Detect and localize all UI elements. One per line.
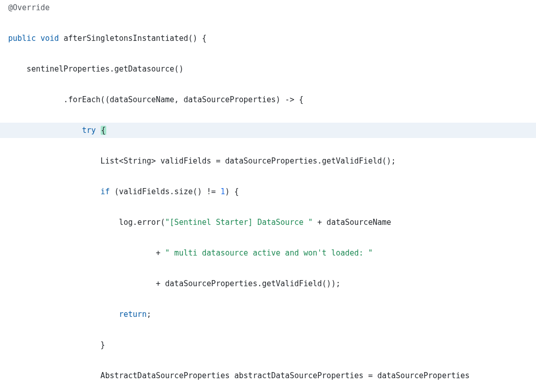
code-line: + " multi datasource active and won't lo… bbox=[0, 245, 536, 261]
code-line: sentinelProperties.getDatasource() bbox=[0, 61, 536, 77]
code-line: return; bbox=[0, 307, 536, 322]
code-line: } bbox=[0, 337, 536, 353]
code-line: @Override bbox=[0, 0, 536, 15]
annotation-override: @Override bbox=[8, 3, 50, 12]
code-line: log.error("[Sentinel Starter] DataSource… bbox=[0, 215, 536, 230]
code-line: + dataSourceProperties.getValidField()); bbox=[0, 276, 536, 291]
code-line: public void afterSingletonsInstantiated(… bbox=[0, 31, 536, 46]
code-line: .forEach((dataSourceName, dataSourceProp… bbox=[0, 92, 536, 107]
code-line: AbstractDataSourceProperties abstractDat… bbox=[0, 368, 536, 383]
code-line: List<String> validFields = dataSourcePro… bbox=[0, 153, 536, 169]
code-line-highlighted: try { bbox=[0, 123, 536, 138]
code-line: if (validFields.size() != 1) { bbox=[0, 184, 536, 199]
code-editor[interactable]: @Override public void afterSingletonsIns… bbox=[0, 0, 536, 392]
matching-brace-open: { bbox=[101, 126, 106, 135]
